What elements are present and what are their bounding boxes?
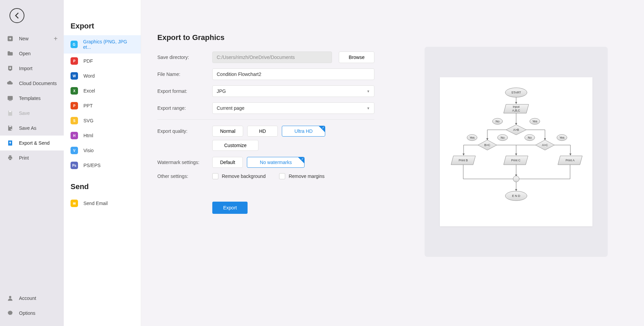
watermark-default-button[interactable]: Default bbox=[212, 157, 243, 168]
nav-item-export-send[interactable]: Export & Send bbox=[0, 136, 64, 150]
save-directory-input[interactable] bbox=[212, 52, 332, 63]
nav-label: Account bbox=[19, 296, 36, 301]
send-heading: Send bbox=[64, 173, 141, 196]
label-quality: Export quality: bbox=[157, 128, 212, 134]
email-icon: ✉ bbox=[71, 200, 78, 207]
remove-background-checkbox[interactable]: Remove background bbox=[212, 173, 266, 179]
upload-icon bbox=[6, 139, 14, 147]
nav-item-open[interactable]: Open bbox=[0, 46, 64, 61]
svg-text:No: No bbox=[528, 136, 532, 139]
svg-rect-14 bbox=[9, 159, 12, 160]
svg-text:E N D: E N D bbox=[512, 194, 520, 198]
nav-label: Import bbox=[19, 66, 33, 71]
nav-item-print[interactable]: Print bbox=[0, 150, 64, 165]
sidebar-main: New + Open Import Cloud Documents Templa… bbox=[0, 0, 64, 326]
nav-label: Templates bbox=[19, 96, 41, 101]
export-form: Export to Graphics Save directory: Brows… bbox=[157, 33, 374, 312]
svg-point-15 bbox=[9, 296, 12, 298]
export-type-html[interactable]: HHtml bbox=[64, 128, 141, 143]
nav-item-cloud[interactable]: Cloud Documents bbox=[0, 76, 64, 91]
svg-rect-9 bbox=[8, 96, 13, 100]
file-type-icon: P bbox=[71, 57, 78, 65]
label-other: Other settings: bbox=[157, 174, 212, 179]
nav-label: Save As bbox=[19, 125, 36, 131]
preview-document: START Input A,B,C A>B No Yes bbox=[440, 77, 592, 226]
export-type-ppt[interactable]: PPPT bbox=[64, 98, 141, 113]
export-format-select[interactable]: JPG▼ bbox=[212, 85, 374, 97]
export-type-visio[interactable]: VVisio bbox=[64, 143, 141, 158]
preview-column: START Input A,B,C A>B No Yes bbox=[402, 33, 630, 312]
svg-rect-11 bbox=[9, 126, 12, 127]
nav-label: Cloud Documents bbox=[19, 81, 57, 86]
nav-item-save: Save bbox=[0, 106, 64, 121]
cloud-icon bbox=[6, 79, 14, 87]
preview-area: START Input A,B,C A>B No Yes bbox=[425, 47, 608, 257]
nav-bottom: Account Options bbox=[0, 291, 64, 321]
file-type-icon: H bbox=[71, 132, 78, 139]
nav-label: Options bbox=[19, 310, 35, 316]
nav-label: Save bbox=[19, 110, 30, 116]
nav-item-templates[interactable]: Templates bbox=[0, 91, 64, 106]
svg-text:No: No bbox=[501, 136, 505, 139]
main-content: Export to Graphics Save directory: Brows… bbox=[141, 0, 644, 326]
nav-item-save-as[interactable]: Save As bbox=[0, 121, 64, 136]
svg-text:START: START bbox=[511, 91, 521, 94]
file-type-icon: P bbox=[71, 102, 78, 109]
sidebar-export-types: Export GGraphics (PNG, JPG et...PPDFWWor… bbox=[64, 0, 141, 326]
gear-icon bbox=[6, 309, 14, 317]
label-format: Export format: bbox=[157, 88, 212, 94]
user-icon bbox=[6, 294, 14, 302]
svg-rect-10 bbox=[9, 111, 12, 112]
file-name-input[interactable] bbox=[212, 68, 374, 80]
nav-list: New + Open Import Cloud Documents Templa… bbox=[0, 31, 64, 165]
nav-item-new[interactable]: New + bbox=[0, 31, 64, 46]
export-button[interactable]: Export bbox=[212, 202, 248, 214]
nav-label: Open bbox=[19, 51, 31, 56]
export-type-excel[interactable]: XExcel bbox=[64, 83, 141, 98]
watermark-none-button[interactable]: No watermarks bbox=[247, 157, 305, 168]
file-type-icon: Ps bbox=[71, 162, 78, 169]
plus-box-icon bbox=[6, 35, 14, 43]
export-type-pdf[interactable]: PPDF bbox=[64, 54, 141, 68]
svg-text:Yes: Yes bbox=[469, 136, 474, 139]
export-type-word[interactable]: WWord bbox=[64, 68, 141, 83]
download-icon bbox=[6, 64, 14, 73]
label-watermark: Watermark settings: bbox=[157, 160, 212, 165]
back-button[interactable] bbox=[9, 8, 24, 23]
quality-ultrahd-button[interactable]: Ultra HD bbox=[282, 126, 325, 137]
label-file-name: File Name: bbox=[157, 72, 212, 77]
export-heading: Export bbox=[64, 22, 141, 35]
label-save-dir: Save directory: bbox=[157, 55, 212, 60]
quality-hd-button[interactable]: HD bbox=[247, 126, 278, 137]
svg-text:A,B,C: A,B,C bbox=[512, 109, 520, 112]
export-type-graphics-png-jpg-et-[interactable]: GGraphics (PNG, JPG et... bbox=[64, 35, 141, 54]
chevron-down-icon: ▼ bbox=[367, 106, 370, 110]
file-type-icon: X bbox=[71, 87, 78, 95]
nav-label: New bbox=[19, 36, 28, 41]
nav-item-import[interactable]: Import bbox=[0, 61, 64, 76]
page-title: Export to Graphics bbox=[157, 33, 374, 42]
nav-item-account[interactable]: Account bbox=[0, 291, 64, 306]
file-type-icon: W bbox=[71, 72, 78, 80]
remove-margins-checkbox[interactable]: Remove margins bbox=[279, 173, 325, 179]
templates-icon bbox=[6, 94, 14, 102]
svg-text:Input: Input bbox=[512, 105, 520, 108]
svg-text:A>B: A>B bbox=[513, 128, 519, 131]
export-type-ps-eps[interactable]: PsPS/EPS bbox=[64, 158, 141, 173]
export-type-svg[interactable]: SSVG bbox=[64, 113, 141, 128]
browse-button[interactable]: Browse bbox=[339, 52, 374, 63]
nav-item-options[interactable]: Options bbox=[0, 306, 64, 321]
print-icon bbox=[6, 154, 14, 162]
chevron-down-icon: ▼ bbox=[367, 89, 370, 93]
save-as-icon bbox=[6, 124, 14, 132]
file-type-icon: S bbox=[71, 117, 78, 124]
plus-icon[interactable]: + bbox=[54, 35, 58, 43]
file-type-icon: G bbox=[71, 41, 78, 48]
label-range: Export range: bbox=[157, 105, 212, 111]
send-email-item[interactable]: ✉Send Email bbox=[64, 196, 141, 211]
quality-normal-button[interactable]: Normal bbox=[212, 126, 243, 137]
file-type-icon: V bbox=[71, 147, 78, 154]
quality-customize-button[interactable]: Customize bbox=[212, 140, 258, 151]
export-range-select[interactable]: Current page▼ bbox=[212, 102, 374, 114]
svg-text:A>C: A>C bbox=[542, 143, 548, 147]
